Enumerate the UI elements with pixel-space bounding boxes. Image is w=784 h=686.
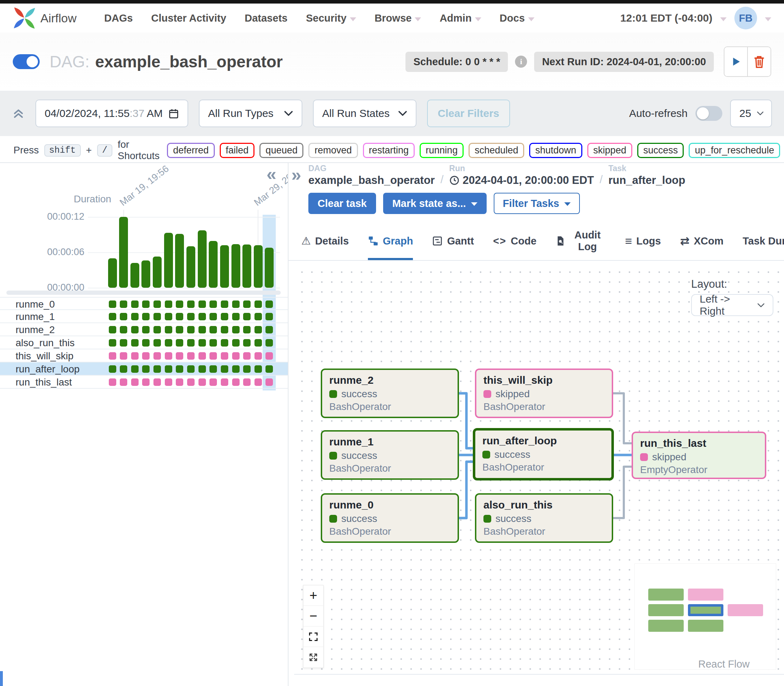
delete-dag-button[interactable] [747,47,771,76]
task-instance-square[interactable] [187,313,194,320]
task-instance-square[interactable] [120,339,127,346]
legend-badge-skipped[interactable]: skipped [587,143,632,158]
duration-bar[interactable] [254,245,263,288]
task-instance-square[interactable] [165,352,172,360]
task-label[interactable]: runme_2 [16,324,55,336]
graph-node-runme-1[interactable]: runme_1successBashOperator [321,430,459,480]
task-instance-square[interactable] [120,365,127,373]
nav-item-cluster-activity[interactable]: Cluster Activity [151,12,227,24]
task-instance-square[interactable] [198,365,206,373]
task-instance-square[interactable] [265,352,273,360]
task-instance-square[interactable] [232,313,240,320]
task-instance-square[interactable] [109,379,116,386]
nav-item-dags[interactable]: DAGs [104,12,133,24]
legend-badge-running[interactable]: running [420,143,464,158]
task-row-run-after-loop[interactable]: run_after_loop [0,363,288,376]
task-instance-square[interactable] [209,365,217,373]
task-instance-square[interactable] [109,313,116,320]
task-instance-square[interactable] [221,339,228,346]
task-instance-square[interactable] [198,339,206,346]
task-instance-square[interactable] [142,352,150,360]
task-instance-square[interactable] [120,313,127,320]
graph-node-also-run-this[interactable]: also_run_thissuccessBashOperator [475,493,613,543]
task-row-runme-1[interactable]: runme_1 [0,310,288,323]
task-instance-square[interactable] [165,379,172,386]
task-instance-square[interactable] [165,339,172,346]
task-instance-square[interactable] [243,339,251,346]
task-instance-square[interactable] [209,379,217,386]
fullscreen-button[interactable] [304,647,323,668]
legend-badge-scheduled[interactable]: scheduled [469,143,524,158]
task-instance-square[interactable] [109,326,116,333]
nav-item-docs[interactable]: Docs [500,12,534,24]
task-instance-square[interactable] [232,339,240,346]
expand-panel-icon[interactable]: » [291,166,301,183]
task-instance-square[interactable] [154,379,161,386]
task-instance-square[interactable] [209,326,217,333]
task-instance-square[interactable] [154,365,161,373]
task-instance-square[interactable] [131,326,139,333]
task-instance-square[interactable] [198,313,206,320]
task-instance-square[interactable] [176,352,183,360]
duration-bar[interactable] [186,246,195,288]
task-instance-square[interactable] [265,379,273,386]
run-types-select[interactable]: All Run Types [199,100,302,127]
task-instance-square[interactable] [142,326,150,333]
task-instance-square[interactable] [221,301,228,308]
legend-badge-shutdown[interactable]: shutdown [529,143,582,158]
task-instance-square[interactable] [142,379,150,386]
collapse-panel-icon[interactable]: « [266,165,276,183]
task-instance-square[interactable] [221,313,228,320]
task-instance-square[interactable] [131,379,139,386]
graph-node-this-will-skip[interactable]: this_will_skipskippedBashOperator [475,369,613,418]
duration-bar[interactable] [131,263,139,288]
duration-bar[interactable] [242,245,251,288]
task-label[interactable]: also_run_this [16,337,75,349]
task-instance-square[interactable] [165,326,172,333]
task-instance-square[interactable] [109,365,116,373]
task-instance-square[interactable] [232,352,240,360]
task-instance-square[interactable] [243,379,251,386]
chevron-down-icon[interactable] [720,17,727,21]
dag-pause-toggle[interactable] [13,54,40,69]
task-instance-square[interactable] [176,301,183,308]
task-instance-square[interactable] [198,326,206,333]
task-instance-square[interactable] [142,313,150,320]
legend-badge-success[interactable]: success [637,143,684,158]
task-label[interactable]: run_after_loop [16,364,80,375]
duration-bar[interactable] [164,233,173,288]
avatar[interactable]: FB [734,7,757,29]
task-instance-square[interactable] [154,352,161,360]
task-instance-square[interactable] [142,301,150,308]
info-icon[interactable]: i [515,56,527,68]
legend-badge-deferred[interactable]: deferred [167,143,215,158]
collapse-filter-bar-icon[interactable] [12,107,25,120]
task-instance-square[interactable] [265,313,273,320]
task-instance-square[interactable] [187,301,194,308]
task-instance-square[interactable] [255,365,262,373]
task-instance-square[interactable] [265,326,273,333]
duration-bar[interactable] [153,256,162,288]
task-instance-square[interactable] [109,339,116,346]
clock-display[interactable]: 12:01 EDT (-04:00) [620,12,712,24]
task-instance-square[interactable] [176,379,183,386]
task-instance-square[interactable] [243,326,251,333]
task-instance-square[interactable] [142,365,150,373]
nav-item-browse[interactable]: Browse [375,12,421,24]
clear-task-button[interactable]: Clear task [308,193,376,214]
duration-bar[interactable] [232,244,240,288]
tab-logs[interactable]: ≡Logs [625,224,661,260]
task-instance-square[interactable] [198,301,206,308]
legend-badge-restarting[interactable]: restarting [363,143,415,158]
legend-badge-queued[interactable]: queued [260,143,304,158]
legend-badge-removed[interactable]: removed [308,143,358,158]
task-label[interactable]: this_will_skip [16,350,74,362]
task-instance-square[interactable] [131,352,139,360]
task-instance-square[interactable] [209,352,217,360]
task-instance-square[interactable] [187,339,194,346]
tab-audit-log[interactable]: Audit Log [556,224,606,260]
task-instance-square[interactable] [232,365,240,373]
task-instance-square[interactable] [232,301,240,308]
task-label[interactable]: runme_0 [16,299,55,310]
chevron-down-icon[interactable] [765,17,771,21]
